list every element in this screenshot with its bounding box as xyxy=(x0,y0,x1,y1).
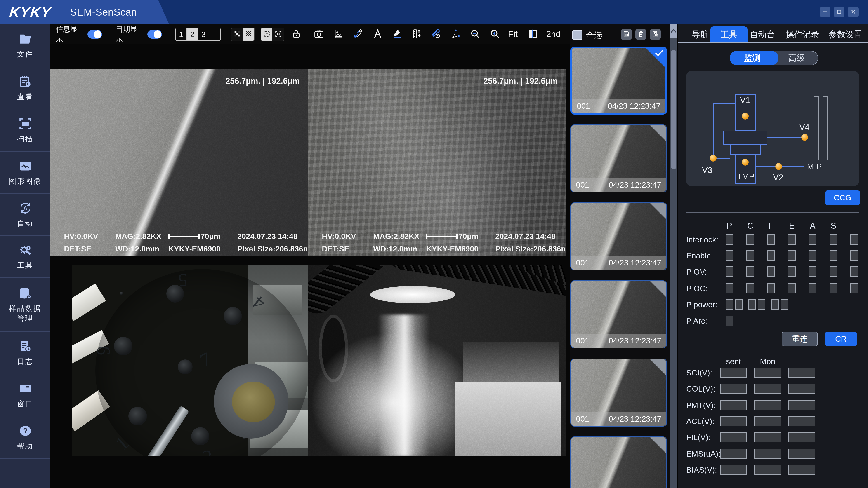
status-checkbox[interactable] xyxy=(809,266,816,277)
measure-ruler-button[interactable] xyxy=(410,28,423,41)
value-input[interactable] xyxy=(788,416,815,426)
chamber-camera-view[interactable] xyxy=(308,265,566,456)
sem-image-1[interactable]: 256.7μm. | 192.6μm HV:0.0KV MAG:2.82KX 7… xyxy=(51,69,308,256)
view-count-segment-blank[interactable] xyxy=(209,28,220,40)
tab-2-工具[interactable]: 工具 xyxy=(710,26,747,43)
sidebar-item-4[interactable]: 图形图像 xyxy=(0,152,51,194)
lock-button[interactable] xyxy=(290,28,303,41)
value-input[interactable] xyxy=(720,416,747,426)
thumbnail-4[interactable]: 00104/23 12:23:47 xyxy=(570,281,667,348)
maximize-button[interactable] xyxy=(834,7,844,18)
sem-image-2[interactable]: 256.7μm. | 192.6μm HV:0.0KV MAG:2.82KX 7… xyxy=(308,69,566,256)
status-checkbox[interactable] xyxy=(788,283,796,293)
zoom-out-button[interactable] xyxy=(469,28,481,41)
image-tools-button[interactable] xyxy=(352,28,364,41)
value-input[interactable] xyxy=(788,384,815,394)
value-input[interactable] xyxy=(754,432,781,442)
value-input[interactable] xyxy=(754,416,781,426)
tmp-indicator[interactable] xyxy=(742,159,749,166)
cr-button[interactable]: CR xyxy=(825,332,857,346)
value-input[interactable] xyxy=(720,400,747,410)
minimize-button[interactable] xyxy=(820,7,831,18)
status-checkbox[interactable] xyxy=(830,250,837,261)
stage-camera-view[interactable]: 5 4 6 7 1 2 xyxy=(72,265,308,456)
value-input[interactable] xyxy=(754,449,781,459)
valve-v3-indicator[interactable] xyxy=(710,155,717,162)
date-display-toggle[interactable] xyxy=(147,30,162,39)
tab-5-参数设置[interactable]: 参数设置 xyxy=(825,26,866,43)
status-checkbox[interactable] xyxy=(850,250,858,261)
status-checkbox[interactable] xyxy=(809,250,816,261)
tab-4-操作记录[interactable]: 操作记录 xyxy=(782,26,823,43)
status-checkbox[interactable] xyxy=(830,234,837,245)
sidebar-item-3[interactable]: 扫描 xyxy=(0,109,51,152)
view-count-segment-2[interactable]: 2 xyxy=(186,28,198,40)
value-input[interactable] xyxy=(720,384,747,394)
sidebar-item-9[interactable]: 窗口 xyxy=(0,374,51,416)
value-input[interactable] xyxy=(788,368,815,378)
value-input[interactable] xyxy=(720,449,747,459)
fine-dither-button[interactable] xyxy=(243,28,254,41)
sidebar-item-8[interactable]: 日志 xyxy=(0,332,51,374)
status-checkbox[interactable] xyxy=(725,250,733,261)
status-checkbox[interactable] xyxy=(725,283,733,293)
status-checkbox[interactable] xyxy=(746,234,754,245)
status-checkbox[interactable] xyxy=(781,299,788,310)
view-count-segment-1[interactable]: 1 xyxy=(176,28,187,40)
tab-3-自动台[interactable]: 自动台 xyxy=(745,26,779,43)
thumbnail-6[interactable]: 00104/23 12:23:47 xyxy=(570,436,667,488)
status-checkbox[interactable] xyxy=(850,234,858,245)
status-checkbox[interactable] xyxy=(735,299,743,310)
fit-button[interactable]: Fit xyxy=(508,29,518,39)
reconnect-button[interactable]: 重连 xyxy=(782,332,818,346)
status-checkbox[interactable] xyxy=(746,283,754,293)
value-input[interactable] xyxy=(754,368,781,378)
status-checkbox[interactable] xyxy=(788,266,796,277)
snapshot-button[interactable] xyxy=(313,28,325,41)
status-checkbox[interactable] xyxy=(830,283,837,293)
value-input[interactable] xyxy=(788,465,815,475)
valve-v4-indicator[interactable] xyxy=(801,134,808,141)
select-all-checkbox[interactable] xyxy=(572,30,582,40)
status-checkbox[interactable] xyxy=(748,299,756,310)
status-checkbox[interactable] xyxy=(830,266,837,277)
zoom-in-button[interactable] xyxy=(489,28,501,41)
split-view-button[interactable] xyxy=(527,28,539,41)
value-input[interactable] xyxy=(720,368,747,378)
text-annotation-button[interactable] xyxy=(371,28,383,41)
scroll-up-button[interactable] xyxy=(670,24,677,38)
sidebar-item-7[interactable]: 样品数据管理 xyxy=(0,278,51,332)
thumbnail-3[interactable]: 00104/23 12:23:47 xyxy=(570,202,667,270)
dashed-frame-button[interactable] xyxy=(261,28,272,41)
pen-annotation-button[interactable] xyxy=(391,28,403,41)
status-checkbox[interactable] xyxy=(746,266,754,277)
status-checkbox[interactable] xyxy=(746,250,754,261)
status-checkbox[interactable] xyxy=(767,250,775,261)
value-input[interactable] xyxy=(754,400,781,410)
coarse-dither-button[interactable] xyxy=(231,28,243,41)
status-checkbox[interactable] xyxy=(850,283,858,293)
sidebar-item-6[interactable]: 工具 xyxy=(0,236,51,278)
save-image-button[interactable] xyxy=(333,28,345,41)
status-checkbox[interactable] xyxy=(809,234,816,245)
value-input[interactable] xyxy=(788,432,815,442)
sidebar-item-10[interactable]: ?帮助 xyxy=(0,416,51,459)
value-input[interactable] xyxy=(754,384,781,394)
info-display-toggle[interactable] xyxy=(88,30,102,39)
status-checkbox[interactable] xyxy=(767,266,775,277)
valve-v1-indicator[interactable] xyxy=(742,113,749,120)
status-checkbox[interactable] xyxy=(788,234,796,245)
search-report-button[interactable] xyxy=(650,29,661,40)
valve-v2-indicator[interactable] xyxy=(775,163,782,170)
value-input[interactable] xyxy=(754,465,781,475)
mode-advanced[interactable]: 高级 xyxy=(774,51,819,65)
thumbnail-5[interactable]: 00104/23 12:23:47 xyxy=(570,359,667,427)
second-view-button[interactable]: 2nd xyxy=(546,29,561,39)
value-input[interactable] xyxy=(720,465,747,475)
sidebar-item-1[interactable]: 文件 xyxy=(0,24,51,67)
tab-1-导航[interactable]: 导航 xyxy=(687,26,714,43)
value-input[interactable] xyxy=(788,449,815,459)
status-checkbox[interactable] xyxy=(725,266,733,277)
status-checkbox[interactable] xyxy=(771,299,779,310)
status-checkbox[interactable] xyxy=(850,266,858,277)
